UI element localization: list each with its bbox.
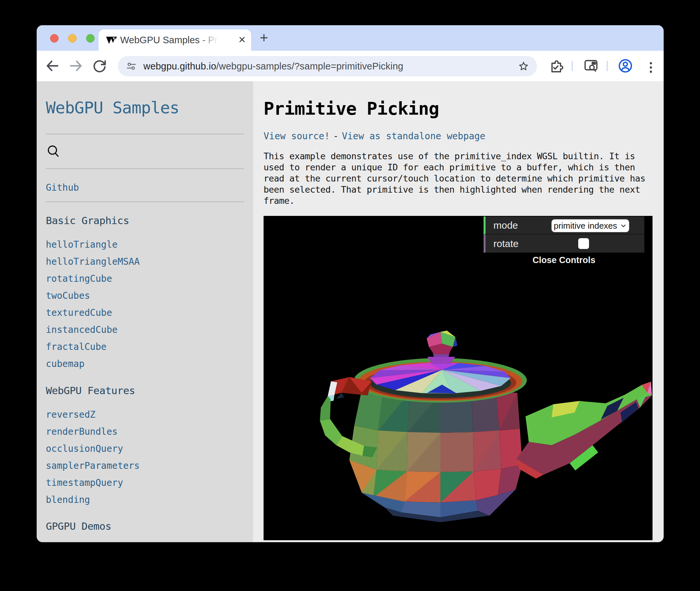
window-zoom-button[interactable] bbox=[86, 34, 95, 43]
sidebar-title: WebGPU Samples bbox=[46, 98, 244, 117]
sidebar-link[interactable]: samplerParameters bbox=[46, 461, 140, 471]
bookmark-star-icon[interactable] bbox=[518, 61, 529, 72]
sidebar-section-heading: GPGPU Demos bbox=[46, 520, 244, 532]
sidebar-link[interactable]: fractalCube bbox=[46, 342, 106, 352]
sample-description: This example demonstrates use of the pri… bbox=[263, 151, 664, 206]
standalone-link[interactable]: View as standalone webpage bbox=[342, 131, 485, 141]
sidebar-link[interactable]: rotatingCube bbox=[46, 273, 112, 284]
profile-avatar-icon[interactable] bbox=[618, 58, 633, 74]
browser-menu-icon[interactable] bbox=[643, 60, 659, 75]
sidebar-divider bbox=[46, 169, 244, 169]
toolbar-divider bbox=[572, 61, 573, 71]
side-panel-search-icon[interactable] bbox=[583, 58, 599, 74]
browser-toolbar: webgpu.github.io/webgpu-samples/?sample=… bbox=[37, 51, 664, 81]
mode-label: mode bbox=[493, 220, 518, 231]
sidebar-link[interactable]: twoCubes bbox=[46, 290, 90, 301]
url-path: /webgpu-samples/?sample=primitivePicking bbox=[216, 61, 403, 71]
sidebar-section-list: reversedZ renderBundles occlusionQuery s… bbox=[46, 409, 244, 505]
sidebar-link[interactable]: blending bbox=[46, 495, 90, 505]
chevron-down-icon bbox=[620, 222, 627, 229]
view-source-link[interactable]: View source! bbox=[263, 131, 330, 141]
screenshot-background: WebGPU Samples - Primitive ✕ + bbox=[0, 0, 700, 591]
samples-sidebar: WebGPU Samples Github Basic Graphics hel… bbox=[37, 81, 253, 542]
webgpu-favicon-icon bbox=[106, 36, 118, 45]
url-text: webgpu.github.io/webgpu-samples/?sample=… bbox=[143, 61, 403, 72]
sidebar-link[interactable]: helloTriangleMSAA bbox=[46, 257, 140, 267]
tab-close-icon[interactable]: ✕ bbox=[238, 29, 246, 51]
sidebar-link[interactable]: instancedCube bbox=[46, 325, 118, 335]
window-minimize-button[interactable] bbox=[68, 34, 77, 43]
search-icon bbox=[46, 144, 61, 159]
sidebar-link[interactable]: occlusionQuery bbox=[46, 444, 123, 454]
browser-tab[interactable]: WebGPU Samples - Primitive ✕ bbox=[98, 29, 251, 51]
forward-button[interactable] bbox=[68, 58, 84, 74]
rotate-checkbox[interactable] bbox=[578, 238, 589, 249]
sidebar-divider bbox=[46, 201, 244, 202]
sidebar-section-heading: Basic Graphics bbox=[46, 214, 244, 226]
browser-window: WebGPU Samples - Primitive ✕ + bbox=[37, 25, 664, 542]
tab-title-fade bbox=[200, 31, 223, 50]
url-bar[interactable]: webgpu.github.io/webgpu-samples/?sample=… bbox=[118, 56, 537, 76]
mode-select[interactable]: primitive indexes bbox=[551, 219, 629, 232]
back-button[interactable] bbox=[45, 58, 60, 74]
sample-main: Primitive Picking View source!-View as s… bbox=[253, 81, 664, 542]
gui-panel: mode primitive indexes rotate bbox=[484, 216, 644, 268]
search-input[interactable] bbox=[46, 134, 244, 169]
sidebar-section-list: helloTriangle helloTriangleMSAA rotating… bbox=[46, 240, 244, 369]
rotate-label: rotate bbox=[493, 238, 519, 249]
reload-button[interactable] bbox=[92, 58, 107, 74]
page-content: WebGPU Samples Github Basic Graphics hel… bbox=[37, 81, 664, 542]
window-close-button[interactable] bbox=[50, 34, 59, 43]
site-settings-icon[interactable] bbox=[127, 61, 136, 71]
new-tab-button[interactable]: + bbox=[255, 29, 273, 47]
sidebar-section-heading: WebGPU Features bbox=[46, 385, 244, 396]
sidebar-link[interactable]: texturedCube bbox=[46, 308, 112, 318]
extensions-icon[interactable] bbox=[549, 58, 564, 74]
toolbar-divider bbox=[607, 61, 608, 71]
gui-row-rotate: rotate bbox=[484, 235, 644, 253]
source-links-row: View source!-View as standalone webpage bbox=[263, 131, 664, 141]
tab-strip: WebGPU Samples - Primitive ✕ + bbox=[37, 25, 664, 51]
sidebar-link[interactable]: renderBundles bbox=[46, 426, 118, 437]
github-link[interactable]: Github bbox=[46, 182, 79, 193]
sidebar-link[interactable]: timestampQuery bbox=[46, 478, 123, 488]
sidebar-link[interactable]: cubemap bbox=[46, 359, 84, 369]
webgpu-canvas[interactable]: mode primitive indexes rotate bbox=[263, 216, 652, 540]
gui-row-mode: mode primitive indexes bbox=[484, 216, 644, 235]
close-controls-button[interactable]: Close Controls bbox=[484, 253, 644, 268]
url-domain: webgpu.github.io bbox=[143, 61, 216, 71]
page-title: Primitive Picking bbox=[263, 98, 664, 119]
mode-select-value: primitive indexes bbox=[554, 221, 617, 231]
sidebar-link[interactable]: reversedZ bbox=[46, 409, 96, 420]
link-separator: - bbox=[330, 131, 342, 141]
sidebar-link[interactable]: helloTriangle bbox=[46, 240, 118, 250]
